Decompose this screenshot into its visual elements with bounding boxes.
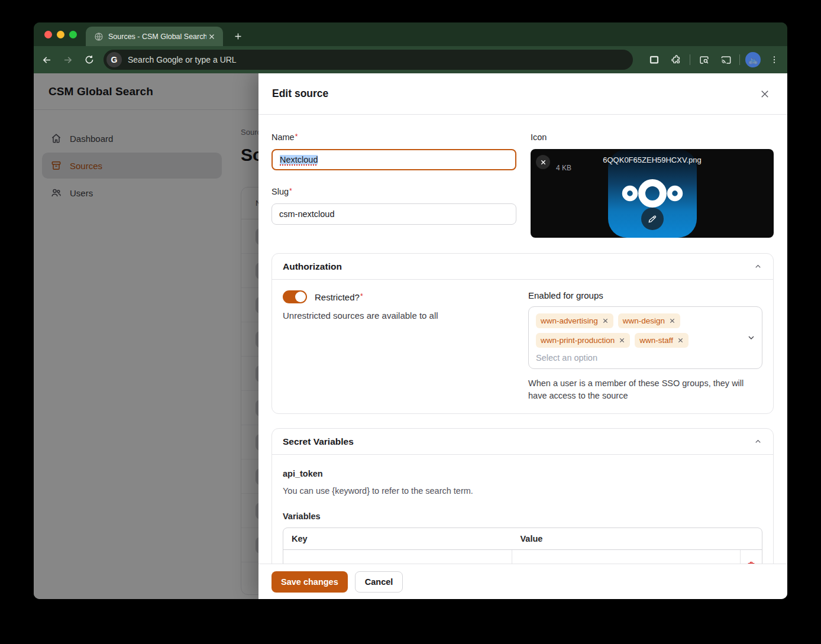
window-close-button[interactable] [44, 31, 52, 38]
browser-toolbar: G Search Google or type a URL 🚲 [34, 46, 787, 73]
required-asterisk: * [295, 132, 298, 141]
chevron-down-icon[interactable] [746, 333, 756, 342]
variables-table: Key Value [283, 528, 762, 564]
tab-search-icon[interactable] [696, 51, 712, 68]
groups-placeholder: Select an option [536, 353, 742, 363]
edit-source-drawer: Edit source Name* Nextcloud Slug* [258, 73, 787, 599]
remove-tag-icon[interactable] [619, 337, 625, 344]
chevron-up-icon[interactable] [754, 437, 762, 446]
drawer-header: Edit source [258, 73, 787, 115]
google-g-icon: G [106, 52, 122, 67]
group-tag: wwn-print-production [536, 333, 630, 348]
secret-variables-header[interactable]: Secret Variables [272, 429, 773, 455]
slug-label: Slug* [271, 187, 516, 196]
authorization-card: Authorization Restricted?* Unrestricted … [271, 253, 774, 414]
kebab-menu-icon[interactable] [766, 51, 783, 68]
toolbar-separator [690, 54, 690, 65]
tab-close-icon[interactable] [206, 31, 217, 42]
file-name: 6QQK0F65ZEH59HCXV.png [531, 156, 774, 164]
reload-button[interactable] [81, 51, 98, 68]
authorization-header[interactable]: Authorization [272, 254, 773, 280]
back-button[interactable] [38, 51, 55, 68]
cancel-button[interactable]: Cancel [355, 571, 403, 593]
tab-title: Sources - CSM Global Search [108, 33, 206, 41]
name-input[interactable]: Nextcloud [271, 149, 516, 170]
name-label: Name* [271, 132, 516, 142]
edit-icon-button[interactable] [641, 208, 664, 230]
secret-variables-card: Secret Variables api_token You can use {… [271, 428, 774, 564]
token-hint: You can use {keyword} to refer to the se… [283, 486, 762, 496]
key-cell[interactable] [283, 550, 512, 564]
window-zoom-button[interactable] [69, 31, 77, 38]
icon-file-preview: 6QQK0F65ZEH59HCXV.png 4 KB [531, 149, 774, 238]
name-value: Nextcloud [280, 155, 318, 164]
side-panel-icon[interactable] [646, 51, 662, 68]
url-placeholder: Search Google or type a URL [128, 55, 237, 64]
cast-icon[interactable] [717, 51, 734, 68]
variable-row [283, 550, 762, 564]
required-asterisk: * [360, 292, 363, 300]
secret-variables-title: Secret Variables [283, 436, 354, 447]
remove-tag-icon[interactable] [677, 337, 684, 344]
tab-strip: Sources - CSM Global Search [34, 22, 787, 46]
value-column-header: Value [512, 528, 741, 549]
extensions-puzzle-icon[interactable] [668, 51, 684, 68]
slug-value: csm-nextcloud [279, 209, 334, 219]
remove-tag-icon[interactable] [602, 318, 609, 324]
icon-label: Icon [531, 132, 774, 142]
variables-label: Variables [283, 512, 762, 521]
remove-file-icon[interactable] [536, 155, 550, 169]
save-changes-button[interactable]: Save changes [271, 571, 348, 593]
window-minimize-button[interactable] [57, 31, 64, 38]
groups-multiselect[interactable]: wwn-advertising wwn-design wwn-print-pro… [528, 306, 762, 369]
drawer-body: Name* Nextcloud Slug* csm-nextcloud Icon [258, 115, 787, 564]
token-name: api_token [283, 469, 762, 478]
url-bar[interactable]: G Search Google or type a URL [104, 50, 633, 70]
key-column-header: Key [283, 528, 512, 549]
groups-help-text: When a user is a member of these SSO gro… [528, 377, 752, 402]
file-size: 4 KB [556, 164, 571, 172]
authorization-title: Authorization [283, 261, 342, 272]
drawer-footer: Save changes Cancel [258, 564, 787, 599]
drawer-title: Edit source [272, 88, 328, 100]
groups-label: Enabled for groups [528, 290, 762, 300]
browser-window: Sources - CSM Global Search G Search Goo… [34, 22, 787, 599]
new-tab-button[interactable] [230, 28, 245, 44]
browser-tab[interactable]: Sources - CSM Global Search [86, 27, 223, 46]
close-icon[interactable] [758, 87, 772, 101]
restricted-help-text: Unrestricted sources are available to al… [283, 310, 528, 321]
group-tag: wwn-advertising [536, 313, 613, 328]
required-asterisk: * [289, 187, 292, 195]
forward-button[interactable] [59, 51, 76, 68]
group-tag: wwn-staff [635, 333, 689, 348]
toolbar-separator [739, 54, 740, 65]
page-viewport: CSM Global Search Dashboard Sources [34, 73, 787, 599]
chevron-up-icon[interactable] [754, 262, 762, 271]
value-cell[interactable] [512, 550, 741, 564]
remove-tag-icon[interactable] [669, 318, 675, 324]
restricted-label: Restricted?* [315, 292, 363, 302]
slug-input[interactable]: csm-nextcloud [271, 203, 516, 225]
nextcloud-logo-icon [618, 175, 687, 212]
group-tag: wwn-design [618, 313, 680, 328]
globe-favicon-icon [94, 32, 104, 41]
profile-avatar[interactable]: 🚲 [745, 52, 761, 67]
delete-row-button[interactable] [741, 550, 762, 564]
restricted-toggle[interactable] [283, 290, 307, 303]
